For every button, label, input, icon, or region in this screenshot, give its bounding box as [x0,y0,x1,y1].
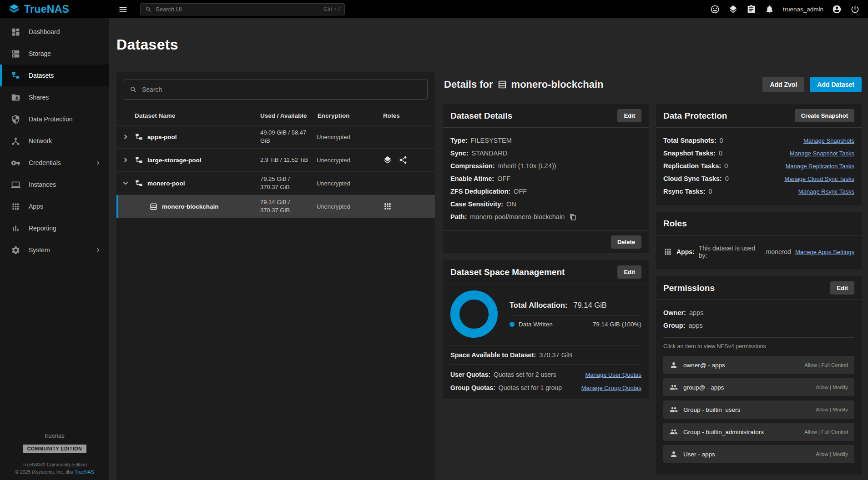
table-row-selected[interactable]: monero-blockchain 79.14 GiB /370.37 GiB … [116,195,435,218]
sidebar-item-credentials[interactable]: Credentials [0,152,109,174]
sidebar-item-label: System [29,246,50,254]
roles-card: Roles Apps: This dataset is used by: mon… [656,212,862,269]
sidebar-item-label: Dashboard [29,28,60,35]
card-title: Permissions [663,283,715,293]
global-search[interactable]: Ctrl + / [140,3,345,15]
layers-icon [383,155,392,165]
legend-dot [510,322,515,327]
people-icon [670,383,678,391]
manage-apps-settings-link[interactable]: Manage Apps Settings [795,249,854,255]
brand-name: TrueNAS [24,3,69,15]
col-encryption: Encryption [317,112,372,119]
apps-icon [663,247,672,256]
copy-path-icon[interactable] [570,214,576,220]
selected-dataset-name: monero-blockchain [511,79,604,90]
permission-item[interactable]: owner@ - apps Allow | Full Control [663,356,854,374]
power-icon[interactable] [850,5,860,14]
table-row[interactable]: monero-pool 79.25 GiB /370.37 GiB Unencr… [116,172,435,195]
layers-icon[interactable] [728,5,738,14]
manage-group-quotas-link[interactable]: Manage Group Quotas [581,385,641,391]
dataset-name: large-storage-pool [147,157,202,164]
sidebar-item-label: Storage [29,50,51,57]
table-row[interactable]: large-storage-pool 2.9 TiB / 11.52 TiB U… [116,149,435,172]
sidebar-item-shares[interactable]: Shares [0,86,109,108]
alerts-bell-icon[interactable] [765,5,774,14]
manage-snapshot-tasks-link[interactable]: Manage Snapshot Tasks [790,150,854,157]
sidebar-item-apps[interactable]: Apps [0,195,109,217]
search-shortcut-hint: Ctrl + / [323,6,340,12]
topbar: TrueNAS Ctrl + / truenas_admin [0,0,868,18]
sidebar-item-label: Network [29,137,52,145]
permission-item[interactable]: User - apps Allow | Modify [663,445,854,463]
add-zvol-button[interactable]: Add Zvol [762,77,804,92]
hostname: truenas [0,432,109,439]
person-icon [670,361,678,369]
truenas-logo[interactable]: TrueNAS [0,3,109,15]
sidebar-item-storage[interactable]: Storage [0,43,109,65]
space-donut-chart [450,290,498,338]
sidebar-item-data-protection[interactable]: Data Protection [0,108,109,130]
permission-item[interactable]: group@ - apps Allow | Modify [663,378,854,396]
pool-icon [135,179,143,188]
global-search-input[interactable] [156,6,320,13]
manage-cloud-sync-tasks-link[interactable]: Manage Cloud Sync Tasks [784,175,854,182]
card-title: Dataset Details [450,111,512,121]
sidebar-item-instances[interactable]: Instances [0,174,109,195]
edit-dataset-details-button[interactable]: Edit [617,109,641,122]
person-icon [670,450,678,458]
chevron-right-icon[interactable] [116,155,135,165]
sidebar-item-label: Data Protection [29,115,73,123]
people-icon [670,405,678,414]
sidebar-item-reporting[interactable]: Reporting [0,217,109,239]
permissions-card: Permissions Edit Owner:apps Group:apps C… [656,276,862,475]
edit-space-button[interactable]: Edit [617,265,641,279]
manage-user-quotas-link[interactable]: Manage User Quotas [585,371,641,378]
search-icon [145,6,152,13]
edit-permissions-button[interactable]: Edit [830,281,854,295]
sidebar-item-datasets[interactable]: Datasets [0,65,109,86]
table-row[interactable]: apps-pool 49.09 GiB / 58.47 GiB Unencryp… [116,125,435,149]
sidebar-item-network[interactable]: Network [0,130,109,152]
chevron-right-icon [93,159,103,167]
sidebar-item-label: Instances [29,181,56,188]
encryption-status: Unencrypted [317,134,372,140]
menu-icon[interactable] [118,5,128,14]
dataset-name: apps-pool [147,134,177,140]
pool-icon [135,133,143,141]
feedback-smiley-icon[interactable] [710,5,720,14]
nfsv4-hint: Click an item to view NFSv4 permissions [663,343,854,350]
sidebar-item-dashboard[interactable]: Dashboard [0,21,109,43]
jobs-clipboard-icon[interactable] [747,5,756,14]
username[interactable]: truenas_admin [783,6,823,13]
apps-icon [383,202,392,211]
chevron-down-icon[interactable] [116,179,135,188]
edition-badge: COMMUNITY EDITION [23,445,86,453]
account-icon[interactable] [832,5,842,14]
manage-rsync-tasks-link[interactable]: Manage Rsync Tasks [798,188,854,195]
sidebar-item-system[interactable]: System [0,239,109,261]
truenas-footer-link[interactable]: TrueNAS [75,469,94,475]
key-icon [11,158,20,168]
app-window: TrueNAS Ctrl + / truenas_admin [0,0,868,480]
delete-dataset-button[interactable]: Delete [611,235,641,249]
chevron-right-icon[interactable] [116,132,135,141]
dataset-icon [149,202,158,211]
dataset-search-input[interactable] [142,86,422,93]
dataset-name: monero-blockchain [162,203,219,210]
add-dataset-button[interactable]: Add Dataset [810,77,862,92]
edition-title: TrueNAS® Community Edition [0,462,109,467]
shares-icon [11,93,20,102]
sidebar-item-label: Shares [29,94,49,101]
permission-item[interactable]: Group - builtin_administrators Allow | F… [663,423,854,441]
col-dataset-name: Dataset Name [135,112,260,119]
sidebar-item-label: Reporting [29,225,56,232]
details-title: Details for monero-blockchain [444,79,604,90]
dataset-search[interactable] [124,80,428,100]
create-snapshot-button[interactable]: Create Snapshot [795,109,854,122]
manage-snapshots-link[interactable]: Manage Snapshots [803,137,854,144]
apps-icon [11,202,20,211]
encryption-status: Unencrypted [317,180,372,187]
sidebar-item-label: Apps [29,203,43,210]
permission-item[interactable]: Group - builtin_users Allow | Modify [663,400,854,419]
manage-replication-tasks-link[interactable]: Manage Replication Tasks [785,163,854,170]
